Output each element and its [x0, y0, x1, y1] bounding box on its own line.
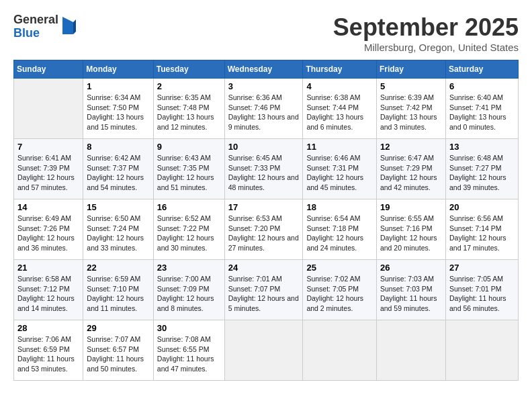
calendar-cell: 25Sunrise: 7:02 AMSunset: 7:05 PMDayligh…	[303, 260, 377, 320]
calendar-body: 1Sunrise: 6:34 AMSunset: 7:50 PMDaylight…	[14, 79, 519, 381]
calendar-cell: 10Sunrise: 6:45 AMSunset: 7:33 PMDayligh…	[224, 139, 303, 199]
calendar-cell: 28Sunrise: 7:06 AMSunset: 6:59 PMDayligh…	[14, 320, 83, 381]
calendar-cell: 17Sunrise: 6:53 AMSunset: 7:20 PMDayligh…	[224, 199, 303, 260]
day-number: 23	[157, 263, 221, 273]
calendar-cell: 16Sunrise: 6:52 AMSunset: 7:22 PMDayligh…	[153, 199, 224, 260]
day-info: Sunrise: 7:01 AMSunset: 7:07 PMDaylight:…	[228, 274, 300, 314]
calendar-cell: 4Sunrise: 6:38 AMSunset: 7:44 PMDaylight…	[303, 79, 377, 139]
day-info: Sunrise: 7:05 AMSunset: 7:01 PMDaylight:…	[449, 274, 515, 314]
day-number: 17	[228, 202, 300, 212]
calendar-cell: 22Sunrise: 6:59 AMSunset: 7:10 PMDayligh…	[83, 260, 153, 320]
day-info: Sunrise: 6:39 AMSunset: 7:42 PMDaylight:…	[380, 93, 442, 132]
calendar-cell	[224, 320, 303, 381]
day-number: 4	[306, 81, 373, 91]
day-info: Sunrise: 7:03 AMSunset: 7:03 PMDaylight:…	[380, 274, 442, 314]
logo-blue: Blue	[13, 27, 58, 40]
day-info: Sunrise: 6:43 AMSunset: 7:35 PMDaylight:…	[157, 153, 221, 193]
day-number: 12	[380, 142, 442, 152]
calendar-cell: 27Sunrise: 7:05 AMSunset: 7:01 PMDayligh…	[445, 260, 518, 320]
day-info: Sunrise: 6:45 AMSunset: 7:33 PMDaylight:…	[228, 153, 300, 193]
calendar-cell: 11Sunrise: 6:46 AMSunset: 7:31 PMDayligh…	[303, 139, 377, 199]
day-info: Sunrise: 7:07 AMSunset: 6:57 PMDaylight:…	[87, 334, 149, 374]
calendar-week-4: 21Sunrise: 6:58 AMSunset: 7:12 PMDayligh…	[14, 260, 519, 320]
month-title: September 2025	[333, 13, 519, 42]
day-info: Sunrise: 7:06 AMSunset: 6:59 PMDaylight:…	[17, 334, 79, 374]
calendar-cell: 30Sunrise: 7:08 AMSunset: 6:55 PMDayligh…	[153, 320, 224, 381]
calendar-cell: 13Sunrise: 6:48 AMSunset: 7:27 PMDayligh…	[445, 139, 518, 199]
day-number: 16	[157, 202, 221, 212]
calendar-week-3: 14Sunrise: 6:49 AMSunset: 7:26 PMDayligh…	[14, 199, 519, 260]
day-number: 11	[306, 142, 373, 152]
logo-text: General Blue	[13, 13, 58, 40]
calendar-cell: 9Sunrise: 6:43 AMSunset: 7:35 PMDaylight…	[153, 139, 224, 199]
day-number: 22	[87, 263, 149, 273]
day-number: 27	[449, 263, 515, 273]
day-number: 1	[87, 81, 149, 91]
day-info: Sunrise: 7:00 AMSunset: 7:09 PMDaylight:…	[157, 274, 221, 314]
day-info: Sunrise: 6:50 AMSunset: 7:24 PMDaylight:…	[87, 214, 149, 253]
day-info: Sunrise: 6:42 AMSunset: 7:37 PMDaylight:…	[87, 153, 149, 193]
logo: General Blue	[13, 13, 76, 40]
day-info: Sunrise: 6:53 AMSunset: 7:20 PMDaylight:…	[228, 214, 300, 253]
day-info: Sunrise: 6:55 AMSunset: 7:16 PMDaylight:…	[380, 214, 442, 253]
calendar-cell: 24Sunrise: 7:01 AMSunset: 7:07 PMDayligh…	[224, 260, 303, 320]
calendar-cell: 21Sunrise: 6:58 AMSunset: 7:12 PMDayligh…	[14, 260, 83, 320]
day-number: 26	[380, 263, 442, 273]
day-number: 9	[157, 142, 221, 152]
title-block: September 2025 Millersburg, Oregon, Unit…	[333, 13, 519, 53]
day-info: Sunrise: 6:34 AMSunset: 7:50 PMDaylight:…	[87, 93, 149, 132]
day-number: 30	[157, 323, 221, 333]
day-number: 13	[449, 142, 515, 152]
day-number: 18	[306, 202, 373, 212]
day-number: 6	[449, 81, 515, 91]
day-number: 5	[380, 81, 442, 91]
day-info: Sunrise: 6:54 AMSunset: 7:18 PMDaylight:…	[306, 214, 373, 253]
col-thursday: Thursday	[303, 60, 377, 79]
calendar-cell: 15Sunrise: 6:50 AMSunset: 7:24 PMDayligh…	[83, 199, 153, 260]
calendar-cell: 8Sunrise: 6:42 AMSunset: 7:37 PMDaylight…	[83, 139, 153, 199]
day-number: 20	[449, 202, 515, 212]
calendar-cell: 3Sunrise: 6:36 AMSunset: 7:46 PMDaylight…	[224, 79, 303, 139]
calendar-week-2: 7Sunrise: 6:41 AMSunset: 7:39 PMDaylight…	[14, 139, 519, 199]
day-number: 21	[17, 263, 79, 273]
calendar-cell	[303, 320, 377, 381]
col-saturday: Saturday	[445, 60, 518, 79]
day-info: Sunrise: 6:41 AMSunset: 7:39 PMDaylight:…	[17, 153, 79, 193]
col-wednesday: Wednesday	[224, 60, 303, 79]
day-number: 3	[228, 81, 300, 91]
calendar-cell: 18Sunrise: 6:54 AMSunset: 7:18 PMDayligh…	[303, 199, 377, 260]
calendar-cell	[445, 320, 518, 381]
calendar-cell: 19Sunrise: 6:55 AMSunset: 7:16 PMDayligh…	[376, 199, 445, 260]
calendar-cell: 29Sunrise: 7:07 AMSunset: 6:57 PMDayligh…	[83, 320, 153, 381]
day-info: Sunrise: 6:52 AMSunset: 7:22 PMDaylight:…	[157, 214, 221, 253]
col-monday: Monday	[83, 60, 153, 79]
logo-icon	[60, 15, 76, 36]
calendar-table: Sunday Monday Tuesday Wednesday Thursday…	[13, 60, 519, 381]
day-info: Sunrise: 6:48 AMSunset: 7:27 PMDaylight:…	[449, 153, 515, 193]
col-sunday: Sunday	[14, 60, 83, 79]
calendar-cell: 14Sunrise: 6:49 AMSunset: 7:26 PMDayligh…	[14, 199, 83, 260]
day-info: Sunrise: 6:36 AMSunset: 7:46 PMDaylight:…	[228, 93, 300, 132]
logo-general: General	[13, 13, 58, 27]
svg-marker-1	[73, 19, 76, 34]
day-number: 7	[17, 142, 79, 152]
col-tuesday: Tuesday	[153, 60, 224, 79]
svg-marker-0	[62, 17, 73, 34]
calendar-cell	[376, 320, 445, 381]
calendar-cell: 2Sunrise: 6:35 AMSunset: 7:48 PMDaylight…	[153, 79, 224, 139]
day-info: Sunrise: 7:02 AMSunset: 7:05 PMDaylight:…	[306, 274, 373, 314]
day-number: 24	[228, 263, 300, 273]
calendar-cell	[14, 79, 83, 139]
day-number: 29	[87, 323, 149, 333]
day-info: Sunrise: 6:46 AMSunset: 7:31 PMDaylight:…	[306, 153, 373, 193]
page-header: General Blue September 2025 Millersburg,…	[13, 13, 519, 53]
calendar-week-5: 28Sunrise: 7:06 AMSunset: 6:59 PMDayligh…	[14, 320, 519, 381]
day-info: Sunrise: 6:49 AMSunset: 7:26 PMDaylight:…	[17, 214, 79, 253]
calendar-header: Sunday Monday Tuesday Wednesday Thursday…	[14, 60, 519, 79]
day-info: Sunrise: 6:40 AMSunset: 7:41 PMDaylight:…	[449, 93, 515, 132]
day-number: 28	[17, 323, 79, 333]
calendar-cell: 23Sunrise: 7:00 AMSunset: 7:09 PMDayligh…	[153, 260, 224, 320]
calendar-cell: 26Sunrise: 7:03 AMSunset: 7:03 PMDayligh…	[376, 260, 445, 320]
day-info: Sunrise: 7:08 AMSunset: 6:55 PMDaylight:…	[157, 334, 221, 374]
day-number: 10	[228, 142, 300, 152]
